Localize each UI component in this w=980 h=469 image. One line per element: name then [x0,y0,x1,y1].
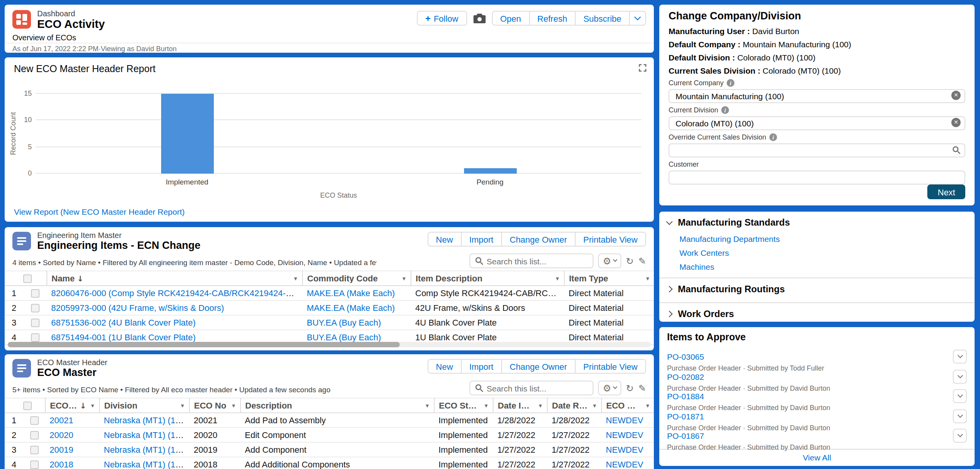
clear-icon[interactable]: ✕ [951,91,961,100]
column-menu-icon[interactable]: ▾ [294,275,297,282]
column-menu-icon[interactable]: ▾ [232,402,235,409]
column-menu-icon[interactable]: ▾ [91,402,94,409]
link-eco-name[interactable]: 20021 [50,416,73,425]
link-eco-name[interactable]: 20018 [50,460,73,469]
row-actions-button[interactable] [953,389,967,403]
change-owner-button[interactable]: Change Owner [502,359,576,374]
link-name[interactable]: 68751536-002 (4U Blank Cover Plate) [51,318,196,327]
bar-pending[interactable] [464,168,516,174]
refresh-icon-button[interactable]: ↻ [626,383,634,393]
column-header-eco-no[interactable]: ECO No▾ [189,398,240,413]
column-header-commodity-code[interactable]: Commodity Code▾ [302,271,411,286]
link-name[interactable]: 82059973-000 (42U Frame, w/Skins & Doors… [51,303,224,312]
approval-record-link[interactable]: PO-01867 [667,431,704,440]
printable-view-button[interactable]: Printable View [576,359,646,374]
row-actions-button[interactable] [953,429,967,443]
column-header-eco-na[interactable]: ECO Na...↓▾ [45,398,99,413]
row-checkbox[interactable] [31,304,39,313]
row-checkbox[interactable] [30,431,38,440]
column-menu-icon[interactable]: ▾ [646,402,649,409]
open-button[interactable]: Open [492,11,530,26]
link-commodity-code[interactable]: BUY.EA (Buy Each) [307,318,381,327]
column-header-item-description[interactable]: Item Description▾ [411,271,564,286]
more-dashboard-actions-button[interactable] [630,11,646,26]
clear-icon[interactable]: ✕ [951,118,961,127]
search-input[interactable] [487,383,588,393]
new-button[interactable]: New [427,359,461,374]
current-company-input[interactable] [669,89,965,103]
row-checkbox[interactable] [30,446,38,455]
refresh-button[interactable]: Refresh [530,11,576,26]
column-menu-icon[interactable]: ▾ [593,402,596,409]
change-owner-button[interactable]: Change Owner [502,232,576,247]
link-eco-re[interactable]: NEWDEV [606,416,643,425]
row-actions-button[interactable] [953,350,967,364]
import-button[interactable]: Import [461,359,502,374]
customer-input[interactable] [669,171,965,184]
new-button[interactable]: New [427,232,461,247]
link-eco-re[interactable]: NEWDEV [606,460,643,469]
link-eco-name[interactable]: 20020 [50,430,73,440]
column-menu-icon[interactable]: ▾ [646,275,649,282]
row-checkbox[interactable] [31,334,39,342]
override-sales-division-input[interactable] [669,143,965,157]
approval-record-link[interactable]: PO-02082 [667,372,704,381]
link-commodity-code[interactable]: MAKE.EA (Make Each) [307,303,395,312]
follow-button[interactable]: + Follow [417,11,467,26]
scrollbar-thumb[interactable] [8,342,400,347]
column-menu-icon[interactable]: ▾ [426,402,429,409]
link-name[interactable]: 68751494-001 (1U Blank Cover Plate) [51,333,196,342]
horizontal-scrollbar[interactable] [8,342,651,347]
row-checkbox[interactable] [30,461,38,469]
column-menu-icon[interactable]: ▾ [181,402,184,409]
column-header-eco-re[interactable]: ECO Re...▾ [601,398,654,413]
column-menu-icon[interactable]: ▾ [485,402,488,409]
list-settings-button[interactable]: ⚙ [598,381,621,395]
bar-implemented[interactable] [161,94,213,174]
select-all-checkbox[interactable] [23,275,32,283]
column-header-description[interactable]: Description▾ [240,398,434,413]
expand-icon[interactable] [638,63,647,74]
edit-icon-button[interactable]: ✎ [638,256,646,266]
current-division-input[interactable] [669,116,965,130]
row-checkbox[interactable] [31,290,39,298]
link-division[interactable]: Nebraska (MT1) (101) [104,460,187,469]
row-actions-button[interactable] [953,369,967,383]
camera-icon-button[interactable] [473,13,485,23]
printable-view-button[interactable]: Printable View [576,232,646,247]
approval-record-link[interactable]: PO-01884 [667,391,704,401]
link-division[interactable]: Nebraska (MT1) (101) [104,416,187,425]
link-eco-re[interactable]: NEWDEV [606,445,643,454]
column-menu-icon[interactable]: ▾ [402,275,406,282]
info-icon[interactable]: i [727,79,734,87]
work-centers-link[interactable]: Work Centers [679,248,967,257]
link-commodity-code[interactable]: BUY.EA (Buy Each) [307,333,381,342]
column-header-name[interactable]: Name↓▾ [46,271,302,286]
machines-link[interactable]: Machines [679,262,967,271]
refresh-icon-button[interactable]: ↻ [626,256,634,266]
info-icon[interactable]: i [721,106,729,114]
row-checkbox[interactable] [30,417,38,425]
column-menu-icon[interactable]: ▾ [556,275,559,282]
search-input[interactable] [487,256,588,266]
row-checkbox[interactable] [31,319,39,328]
link-eco-re[interactable]: NEWDEV [606,430,643,440]
view-all-link[interactable]: View All [803,453,831,462]
column-header-division[interactable]: Division▾ [99,398,189,413]
column-header-date-rele[interactable]: Date Rele...▾ [547,398,601,413]
manufacturing-departments-link[interactable]: Manufacturing Departments [679,234,967,243]
link-commodity-code[interactable]: MAKE.EA (Make Each) [307,288,395,298]
select-all-checkbox[interactable] [23,402,32,410]
approval-record-link[interactable]: PO-01871 [667,411,704,421]
column-header-date-impl[interactable]: Date Impl...▾ [493,398,547,413]
link-division[interactable]: Nebraska (MT1) (101) [104,430,187,440]
view-report-link[interactable]: View Report (New ECO Master Header Repor… [14,207,185,216]
link-name[interactable]: 82060476-000 (Comp Style RCK4219424-CAB/… [51,288,302,298]
link-eco-name[interactable]: 20019 [50,445,73,454]
column-header-item-type[interactable]: Item Type▾ [564,271,654,286]
subscribe-button[interactable]: Subscribe [576,11,630,26]
manufacturing-standards-toggle[interactable]: Manufacturing Standards [667,216,967,229]
manufacturing-routings-toggle[interactable]: Manufacturing Routings [667,282,967,296]
edit-icon-button[interactable]: ✎ [638,383,646,393]
info-icon[interactable]: i [769,133,777,141]
